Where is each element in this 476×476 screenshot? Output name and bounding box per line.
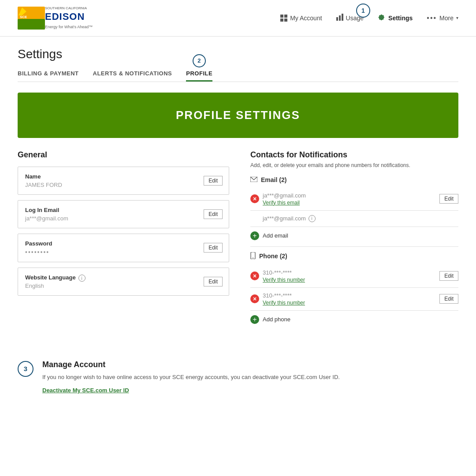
- dots-icon: •••: [427, 14, 437, 22]
- logo-company: SOUTHERN CALIFORNIA: [45, 6, 93, 11]
- nav-more-label: More: [439, 15, 454, 22]
- phone-icon: [250, 252, 256, 260]
- phone-1-remove-button[interactable]: ×: [250, 271, 259, 280]
- svg-rect-8: [284, 19, 287, 22]
- add-email-row[interactable]: + Add email: [250, 227, 458, 245]
- phone-section-header: Phone (2): [250, 252, 458, 260]
- login-email-field-card: Log In Email ja***@gmail.com Edit: [18, 200, 229, 228]
- email-2-value: ja***@gmail.com: [263, 215, 306, 222]
- manage-account-section: 3 Manage Account If you no longer wish t…: [0, 346, 476, 412]
- nav-settings[interactable]: Settings: [378, 13, 413, 22]
- add-email-icon: +: [250, 231, 259, 240]
- svg-rect-9: [336, 17, 338, 21]
- manage-account-content: Manage Account If you no longer wish to …: [42, 360, 340, 394]
- email-1-edit-button[interactable]: Edit: [439, 194, 458, 204]
- manage-account-title: Manage Account: [42, 360, 340, 369]
- language-label: Website Language: [25, 274, 76, 281]
- email-section-label: Email (2): [261, 176, 286, 183]
- phone-1-verify-link[interactable]: Verify this number: [263, 277, 305, 283]
- contacts-description: Add, edit, or delete your emails and pho…: [250, 161, 458, 169]
- svg-rect-7: [280, 19, 283, 22]
- profile-banner: PROFILE SETTINGS: [18, 93, 458, 138]
- login-email-label: Log In Email: [25, 207, 222, 213]
- phone-1-value: 310-***-****: [263, 269, 305, 276]
- settings-tabs: BILLING & PAYMENT ALERTS & NOTIFICATIONS…: [18, 67, 458, 82]
- nav-my-account-label: My Account: [290, 15, 322, 22]
- svg-rect-6: [284, 15, 287, 18]
- phone-section-label: Phone (2): [259, 253, 287, 260]
- tab-alerts[interactable]: ALERTS & NOTIFICATIONS: [93, 67, 172, 82]
- page-title: Settings: [18, 47, 458, 61]
- settings-header: Settings BILLING & PAYMENT ALERTS & NOTI…: [0, 37, 476, 82]
- profile-tab-badge: 2: [193, 54, 206, 67]
- add-email-label: Add email: [263, 232, 288, 239]
- email-row-1: × ja***@gmail.com Verify this email Edit: [250, 188, 458, 211]
- language-field-card: Website Language i English Edit: [18, 268, 229, 296]
- svg-rect-10: [339, 15, 341, 21]
- password-label: Password: [25, 240, 222, 247]
- contacts-title: Contacts for Notifications: [250, 150, 458, 160]
- deactivate-link[interactable]: Deactivate My SCE.com User ID: [42, 387, 129, 394]
- language-info-icon[interactable]: i: [78, 275, 86, 282]
- login-email-edit-button[interactable]: Edit: [204, 209, 223, 219]
- nav-settings-label: Settings: [388, 15, 413, 22]
- logo-text: SOUTHERN CALIFORNIA EDISON Energy for Wh…: [45, 6, 93, 30]
- email-1-verify-link[interactable]: Verify this email: [263, 200, 306, 206]
- bar-icon: [336, 14, 343, 22]
- add-phone-icon: +: [250, 315, 259, 324]
- password-edit-button[interactable]: Edit: [204, 243, 223, 253]
- add-phone-label: Add phone: [263, 316, 290, 323]
- logo-svg: SCE: [18, 7, 45, 30]
- login-email-value: ja***@gmail.com: [25, 215, 222, 222]
- phone-2-verify-link[interactable]: Verify this number: [263, 300, 305, 306]
- manage-account-description: If you no longer wish to have online acc…: [42, 373, 340, 382]
- contacts-section: Contacts for Notifications Add, edit, or…: [250, 150, 458, 328]
- phone-row-1: × 310-***-**** Verify this number Edit: [250, 265, 458, 288]
- mail-icon: [250, 176, 257, 183]
- email-1-value: ja***@gmail.com: [263, 192, 306, 199]
- svg-rect-5: [280, 15, 283, 18]
- password-value: ••••••••: [25, 249, 222, 256]
- email-row-2: ja***@gmail.com i: [250, 211, 458, 227]
- password-field-card: Password •••••••• Edit: [18, 234, 229, 262]
- banner-title: PROFILE SETTINGS: [33, 108, 443, 122]
- name-value: JAMES FORD: [25, 182, 222, 188]
- svg-point-14: [253, 257, 253, 258]
- svg-rect-11: [342, 14, 343, 21]
- chevron-down-icon: ▾: [456, 15, 458, 20]
- logo-name: EDISON: [45, 11, 93, 23]
- main-content: General Name JAMES FORD Edit Log In Emai…: [0, 150, 476, 346]
- add-phone-row[interactable]: + Add phone: [250, 311, 458, 328]
- email-1-remove-button[interactable]: ×: [250, 194, 259, 203]
- gear-icon: [378, 13, 386, 22]
- tab-profile[interactable]: 2 PROFILE: [186, 67, 212, 82]
- header-badge: 1: [356, 4, 370, 18]
- phone-2-value: 310-***-****: [263, 292, 305, 299]
- logo: SCE SOUTHERN CALIFORNIA EDISON Energy fo…: [18, 6, 93, 30]
- language-value: English: [25, 283, 222, 289]
- svg-text:SCE: SCE: [20, 15, 27, 19]
- name-field-card: Name JAMES FORD Edit: [18, 167, 229, 195]
- email-section-header: Email (2): [250, 176, 458, 183]
- general-title: General: [18, 150, 229, 160]
- header: SCE SOUTHERN CALIFORNIA EDISON Energy fo…: [0, 0, 476, 37]
- name-edit-button[interactable]: Edit: [204, 176, 223, 186]
- phone-2-remove-button[interactable]: ×: [250, 294, 259, 303]
- general-section: General Name JAMES FORD Edit Log In Emai…: [18, 150, 229, 328]
- phone-row-2: × 310-***-**** Verify this number Edit: [250, 288, 458, 311]
- name-label: Name: [25, 173, 222, 180]
- tab-billing[interactable]: BILLING & PAYMENT: [18, 67, 79, 82]
- phone-2-edit-button[interactable]: Edit: [439, 294, 458, 304]
- logo-tagline: Energy for What's Ahead™: [45, 25, 93, 29]
- nav-more[interactable]: ••• More ▾: [427, 14, 458, 22]
- grid-icon: [280, 15, 287, 22]
- main-nav: My Account Usage Settings ••• More ▾: [280, 13, 458, 22]
- language-edit-button[interactable]: Edit: [204, 277, 223, 286]
- svg-rect-3: [18, 19, 45, 30]
- email-2-info-icon[interactable]: i: [309, 215, 316, 222]
- phone-1-edit-button[interactable]: Edit: [439, 271, 458, 281]
- manage-account-badge: 3: [18, 361, 33, 377]
- nav-my-account[interactable]: My Account: [280, 15, 322, 22]
